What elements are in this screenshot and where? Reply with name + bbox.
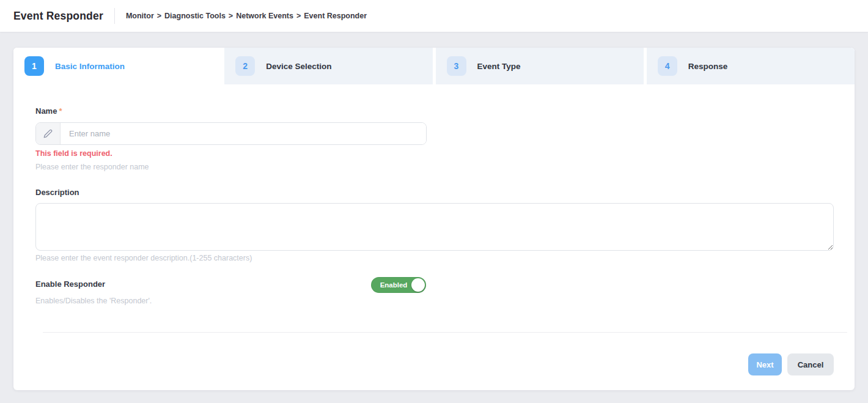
name-label: Name*	[35, 106, 834, 116]
step-number-badge: 2	[235, 56, 255, 76]
name-error-message: This field is required.	[35, 149, 834, 158]
next-button[interactable]: Next	[748, 353, 782, 375]
wizard-card: 1 Basic Information 2 Device Selection 3…	[13, 48, 855, 390]
header-divider	[114, 8, 115, 24]
name-input-group	[35, 122, 427, 145]
breadcrumb-separator: >	[296, 12, 301, 20]
footer-divider	[43, 332, 847, 333]
name-help-text: Please enter the responder name	[35, 163, 834, 171]
breadcrumb-separator: >	[229, 12, 233, 20]
enable-responder-row: Enable Responder Enables/Disables the 'R…	[35, 279, 834, 305]
wizard-steps: 1 Basic Information 2 Device Selection 3…	[13, 48, 855, 84]
breadcrumb-item-network-events[interactable]: Network Events	[236, 12, 293, 20]
description-help-text: Please enter the event responder descrip…	[35, 254, 834, 262]
basic-information-form: Name* This field is required. Please ent…	[13, 84, 855, 375]
toggle-knob-icon	[411, 278, 425, 292]
description-label: Description	[35, 188, 834, 197]
breadcrumb-separator: >	[157, 12, 161, 20]
step-tab-event-type[interactable]: 3 Event Type	[436, 48, 644, 84]
enable-responder-help-text: Enables/Disables the 'Responder'.	[35, 297, 834, 305]
breadcrumb: Monitor > Diagnostic Tools > Network Eve…	[126, 12, 367, 20]
enable-responder-toggle[interactable]: Enabled	[371, 277, 426, 293]
page-title: Event Responder	[13, 10, 103, 23]
page-header: Event Responder Monitor > Diagnostic Too…	[0, 0, 868, 32]
step-label: Device Selection	[266, 62, 331, 71]
required-marker: *	[59, 106, 62, 116]
name-label-text: Name	[35, 106, 57, 116]
step-tab-basic-information[interactable]: 1 Basic Information	[13, 48, 221, 84]
step-label: Basic Information	[55, 62, 125, 71]
step-number-badge: 4	[658, 56, 677, 76]
step-label: Response	[688, 62, 728, 71]
description-textarea[interactable]	[35, 203, 834, 251]
enable-responder-label: Enable Responder	[35, 279, 834, 289]
breadcrumb-item-monitor[interactable]: Monitor	[126, 12, 154, 20]
step-tab-response[interactable]: 4 Response	[647, 48, 855, 84]
step-label: Event Type	[477, 62, 521, 71]
step-tab-device-selection[interactable]: 2 Device Selection	[224, 48, 432, 84]
form-actions: Next Cancel	[35, 353, 834, 375]
step-number-badge: 3	[447, 56, 466, 76]
step-number-badge: 1	[24, 56, 44, 76]
breadcrumb-item-diagnostic-tools[interactable]: Diagnostic Tools	[164, 12, 226, 20]
pencil-icon	[36, 123, 61, 144]
breadcrumb-item-event-responder: Event Responder	[304, 12, 367, 20]
name-input[interactable]	[61, 123, 426, 144]
cancel-button[interactable]: Cancel	[787, 353, 834, 375]
